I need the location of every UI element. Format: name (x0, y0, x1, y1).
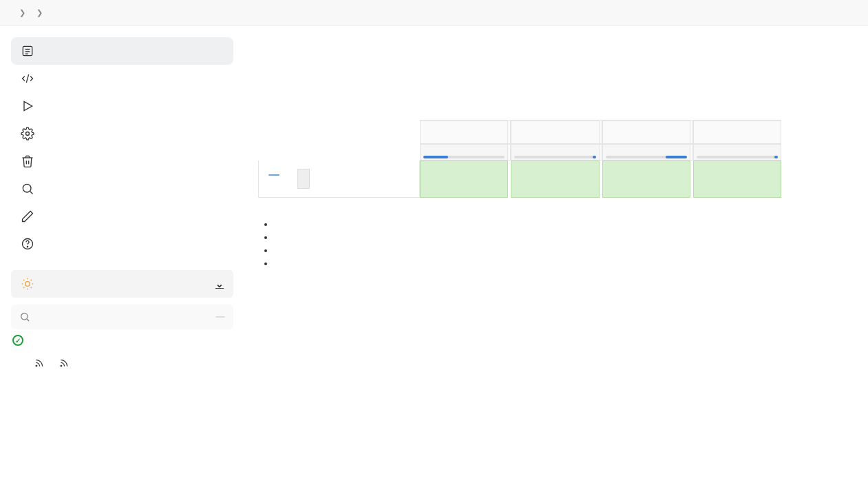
stage-view-table (258, 120, 781, 198)
sidebar-item-delete-pipeline[interactable] (11, 147, 233, 175)
avg-cell (693, 144, 781, 161)
stage-cell[interactable] (420, 161, 508, 198)
gear-icon (21, 127, 34, 141)
build-history-header: ⌄ (11, 270, 233, 298)
stage-cell[interactable] (602, 161, 690, 198)
keyboard-shortcut-hint (215, 316, 225, 318)
stage-cell[interactable] (511, 161, 599, 198)
svg-point-6 (26, 132, 30, 136)
no-changes-badge (297, 169, 310, 188)
code-icon (21, 72, 34, 85)
stage-header (693, 120, 781, 144)
svg-line-14 (23, 280, 24, 280)
svg-line-8 (30, 192, 33, 194)
build-row[interactable]: ✓ (11, 329, 233, 351)
sidebar: ⌄ ✓ (0, 26, 244, 384)
sidebar-item-changes[interactable] (11, 65, 233, 92)
trash-icon (21, 154, 34, 168)
avg-cell (420, 144, 508, 161)
svg-line-4 (26, 74, 28, 83)
stage-header (602, 120, 690, 144)
sidebar-item-status[interactable] (11, 37, 233, 65)
avg-cell (511, 144, 599, 161)
svg-line-21 (27, 319, 29, 321)
trend-link[interactable]: ⌄ (211, 278, 224, 289)
pencil-icon (21, 209, 34, 223)
play-icon (21, 99, 34, 113)
breadcrumb: ❯ ❯ (0, 0, 868, 26)
sidebar-item-configure[interactable] (11, 120, 233, 147)
svg-point-22 (36, 365, 37, 367)
rss-icon (59, 358, 69, 368)
atom-feed-failures-link[interactable] (59, 358, 72, 368)
filter-builds-input[interactable] (36, 311, 210, 322)
status-icon (21, 44, 34, 58)
svg-line-15 (31, 287, 32, 288)
svg-point-23 (61, 365, 62, 367)
avg-cell (602, 144, 690, 161)
stage-header (511, 120, 599, 144)
sidebar-item-full-stage-view[interactable] (11, 175, 233, 203)
svg-point-7 (23, 184, 31, 192)
svg-line-18 (23, 287, 24, 288)
filter-builds-row (11, 305, 233, 329)
help-icon (21, 237, 34, 251)
avg-stage-times-label (258, 147, 420, 152)
run-number-pill (268, 174, 279, 176)
chevron-right-icon: ❯ (19, 8, 25, 17)
stage-header (420, 120, 508, 144)
svg-point-10 (27, 247, 28, 247)
stage-cell[interactable] (693, 161, 781, 198)
run-info-cell[interactable] (258, 161, 420, 198)
sidebar-item-build-params[interactable] (11, 92, 233, 120)
svg-point-11 (25, 282, 30, 287)
chevron-down-icon: ⌄ (215, 278, 224, 289)
chevron-right-icon: ❯ (36, 8, 43, 17)
avg-run-time-note (258, 152, 420, 158)
rss-icon (34, 358, 44, 368)
success-icon: ✓ (12, 335, 23, 346)
svg-point-20 (21, 313, 28, 320)
search-icon (19, 311, 30, 322)
svg-marker-5 (24, 101, 32, 110)
atom-feed-all-link[interactable] (34, 358, 47, 368)
feeds-row (11, 351, 233, 373)
sun-icon (21, 277, 34, 291)
sidebar-item-pipeline-syntax[interactable] (11, 230, 233, 258)
permalinks-list (275, 218, 854, 269)
svg-line-19 (31, 280, 32, 280)
sidebar-item-rename[interactable] (11, 203, 233, 230)
search-icon (21, 182, 34, 196)
main-content: ↑ ↑ ↓ (244, 26, 868, 384)
